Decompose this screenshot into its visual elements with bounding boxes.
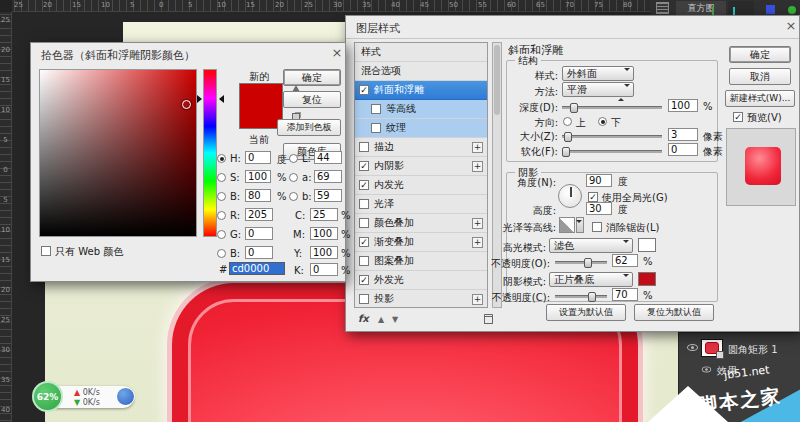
checkbox-checked[interactable]: ✓	[359, 161, 369, 171]
visibility-eye-icon[interactable]	[687, 344, 698, 351]
checkbox-unchecked[interactable]	[371, 104, 381, 114]
plus-icon[interactable]: +	[472, 237, 483, 248]
checkbox-unchecked[interactable]	[359, 199, 369, 209]
global-light-checkbox[interactable]: ✓	[588, 192, 598, 202]
list-item-outer-glow[interactable]: ✓ 外发光	[355, 271, 487, 290]
depth-input[interactable]: 100	[668, 99, 698, 112]
highlight-opacity-input[interactable]: 62	[612, 254, 638, 267]
checkbox-checked[interactable]: ✓	[359, 237, 369, 247]
new-style-button[interactable]: 新建样式(W)...	[725, 90, 795, 107]
c-input[interactable]: 25	[310, 208, 338, 221]
checkbox-unchecked[interactable]	[359, 256, 369, 266]
list-item-drop-shadow[interactable]: 投影 +	[355, 290, 487, 308]
tab-hidden[interactable]	[728, 1, 754, 15]
style-dropdown[interactable]: 外斜面	[562, 66, 634, 81]
list-item-bevel-emboss[interactable]: ✓ 斜面和浮雕	[355, 81, 487, 100]
highlight-color-swatch[interactable]	[638, 238, 656, 252]
size-input[interactable]: 3	[668, 128, 698, 141]
direction-up-radio[interactable]	[563, 117, 572, 126]
l-radio[interactable]	[289, 154, 298, 163]
hex-input[interactable]: cd0000	[229, 262, 285, 275]
soften-slider[interactable]	[562, 150, 662, 153]
plus-icon[interactable]: +	[472, 294, 483, 305]
plus-icon[interactable]: +	[472, 142, 483, 153]
highlight-opacity-slider[interactable]	[555, 261, 607, 264]
hue-marker-left-icon[interactable]	[197, 95, 202, 103]
checkbox-checked[interactable]: ✓	[359, 180, 369, 190]
highlight-mode-dropdown[interactable]: 滤色	[549, 238, 633, 253]
color-field-marker[interactable]	[182, 100, 191, 109]
color-picker-close-icon[interactable]: ×	[330, 45, 344, 60]
list-item-inner-glow[interactable]: ✓ 内发光	[355, 176, 487, 195]
effects-eye-icon[interactable]	[702, 367, 711, 373]
plus-icon[interactable]: +	[472, 218, 483, 229]
list-item-texture[interactable]: 纹理	[355, 119, 487, 138]
layer-name[interactable]: 圆角矩形 1	[728, 343, 778, 357]
hue-marker-right-icon[interactable]	[219, 95, 224, 103]
shadow-color-swatch[interactable]	[638, 272, 656, 286]
r-input[interactable]: 205	[245, 208, 273, 221]
size-slider[interactable]	[562, 135, 662, 138]
g-input[interactable]: 0	[245, 227, 273, 240]
gloss-contour-thumbnail[interactable]	[559, 217, 575, 233]
r-radio[interactable]	[217, 211, 226, 220]
shadow-opacity-input[interactable]: 70	[612, 288, 638, 301]
h-radio[interactable]	[217, 154, 226, 163]
shadow-mode-dropdown[interactable]: 正片叠底	[549, 272, 633, 287]
antialias-checkbox[interactable]	[592, 222, 602, 232]
layer-row[interactable]: 圆角矩形 1	[679, 337, 800, 361]
depth-slider-thumb[interactable]	[570, 103, 578, 113]
angle-dial[interactable]	[558, 184, 582, 208]
list-item-color-overlay[interactable]: 颜色叠加 +	[355, 214, 487, 233]
b-radio[interactable]	[217, 192, 226, 201]
a-input[interactable]: 69	[314, 170, 342, 183]
hue-slider[interactable]	[203, 69, 217, 237]
direction-down-radio[interactable]	[598, 117, 607, 126]
panel-list-icon[interactable]	[656, 2, 669, 14]
checkbox-unchecked[interactable]	[371, 123, 381, 133]
scrollbar-thumb[interactable]	[494, 45, 500, 115]
s-input[interactable]: 100	[245, 170, 271, 183]
checkbox-checked[interactable]: ✓	[359, 275, 369, 285]
b3-input[interactable]: 0	[245, 246, 273, 259]
k-input[interactable]: 0	[310, 263, 338, 276]
layer-style-ok-button[interactable]: 确定	[729, 46, 791, 63]
color-picker-ok-button[interactable]: 确定	[283, 69, 341, 86]
angle-input[interactable]: 90	[586, 174, 612, 187]
highlight-opacity-thumb[interactable]	[584, 258, 592, 268]
altitude-input[interactable]: 30	[586, 202, 612, 215]
list-item-gradient-overlay[interactable]: ✓ 渐变叠加 +	[355, 233, 487, 252]
shadow-opacity-thumb[interactable]	[588, 292, 596, 302]
b2-input[interactable]: 59	[314, 189, 342, 202]
zoom-percent-bubble[interactable]: 62%	[32, 381, 63, 412]
g-radio[interactable]	[217, 230, 226, 239]
s-radio[interactable]	[217, 173, 226, 182]
contour-picker-arrow[interactable]	[576, 217, 584, 233]
delete-effect-icon[interactable]	[484, 314, 493, 324]
add-to-swatches-button[interactable]: 添加到色板	[277, 119, 341, 136]
checkbox-unchecked[interactable]	[359, 142, 369, 152]
l-input[interactable]: 44	[314, 151, 342, 164]
set-default-button[interactable]: 设置为默认值	[546, 304, 626, 321]
layer-thumbnail[interactable]	[701, 339, 723, 357]
reset-default-button[interactable]: 复位为默认值	[634, 304, 714, 321]
b-input[interactable]: 80	[245, 189, 271, 202]
checkbox-unchecked[interactable]	[359, 294, 369, 304]
soften-input[interactable]: 0	[668, 143, 698, 156]
fx-icon[interactable]: fx	[358, 313, 369, 324]
move-up-icon[interactable]: ▲	[378, 315, 384, 324]
m-input[interactable]: 100	[310, 227, 338, 240]
depth-slider[interactable]	[562, 106, 662, 109]
y-input[interactable]: 100	[310, 246, 338, 259]
widget-action-bubble[interactable]	[116, 387, 135, 406]
web-only-checkbox[interactable]	[41, 246, 51, 256]
b2-radio[interactable]	[289, 192, 298, 201]
plus-icon[interactable]: +	[472, 161, 483, 172]
soften-slider-thumb[interactable]	[562, 147, 570, 157]
list-item-satin[interactable]: 光泽	[355, 195, 487, 214]
method-dropdown[interactable]: 平滑	[562, 82, 634, 97]
list-item-pattern-overlay[interactable]: 图案叠加	[355, 252, 487, 271]
shadow-opacity-slider[interactable]	[555, 295, 607, 298]
size-slider-thumb[interactable]	[564, 132, 572, 142]
saturation-brightness-field[interactable]	[39, 69, 197, 237]
